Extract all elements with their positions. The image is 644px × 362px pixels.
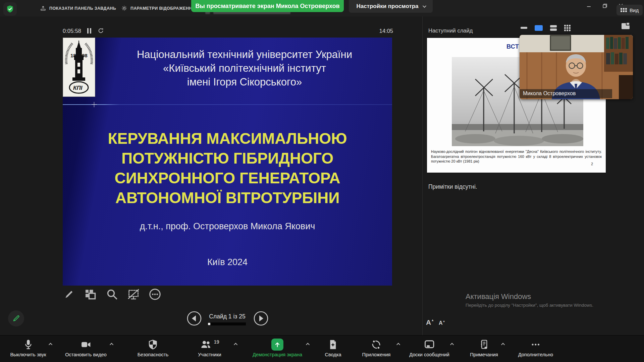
- view-grid-icon: [621, 8, 627, 12]
- whiteboards-options-chevron[interactable]: [450, 343, 454, 347]
- view-settings-label: Настройки просмотра: [356, 3, 418, 10]
- show-taskbar-button[interactable]: ПОКАЗАТИ ПАНЕЛЬ ЗАВДАНЬ: [40, 0, 116, 16]
- font-decrease-button[interactable]: A▼: [439, 320, 445, 326]
- annotations-button[interactable]: Примечания: [470, 338, 498, 357]
- share-screen-button[interactable]: Демонстрация экрана: [253, 338, 302, 357]
- whiteboards-button[interactable]: Доски сообщений: [409, 338, 449, 357]
- slide-counter: Слайд 1 із 25: [208, 313, 247, 320]
- taskbar-icon: [40, 5, 46, 11]
- microphone-icon: [23, 338, 33, 352]
- view-button[interactable]: Вид: [616, 5, 643, 15]
- mute-options-chevron[interactable]: [49, 343, 52, 347]
- summary-button[interactable]: Сводка: [325, 338, 341, 357]
- summary-doc-icon: [328, 338, 338, 352]
- share-screen-icon: [271, 339, 283, 351]
- participants-icon: [200, 339, 212, 350]
- font-increase-button[interactable]: A▲: [426, 318, 434, 326]
- video-options-chevron[interactable]: [110, 343, 113, 347]
- more-button[interactable]: Дополнительно: [518, 338, 553, 357]
- security-button[interactable]: Безопасность: [138, 338, 169, 357]
- mute-button[interactable]: Выключить звук: [10, 338, 46, 357]
- share-options-chevron[interactable]: [306, 343, 310, 347]
- institution-name: Національний технічний університет Украї…: [100, 48, 389, 89]
- meeting-controls-bar: Выключить звук Остановить видео Безопасн…: [0, 335, 644, 362]
- restart-timer-button[interactable]: [98, 27, 104, 34]
- slide-author: д.т.н., проф. Островерхов Микола Якович: [63, 221, 392, 232]
- elapsed-timer: 0:05:58: [63, 28, 81, 34]
- black-screen-button[interactable]: [126, 287, 141, 302]
- camera-icon: [80, 338, 92, 352]
- show-taskbar-label: ПОКАЗАТИ ПАНЕЛЬ ЗАВДАНЬ: [49, 6, 116, 11]
- apps-button[interactable]: Приложения: [362, 338, 391, 357]
- view-button-label: Вид: [630, 7, 639, 13]
- slide-progress-bar[interactable]: [208, 322, 246, 325]
- zoom-slide-button[interactable]: [105, 287, 119, 302]
- apps-options-chevron[interactable]: [396, 343, 400, 347]
- more-tools-button[interactable]: [148, 287, 162, 302]
- shield-check-icon: [6, 5, 14, 13]
- restore-button[interactable]: [600, 1, 610, 10]
- webcam-name-label: Микола Островерхов: [520, 89, 612, 98]
- windows-activation-subtitle: Перейдіть до розділу "Настройки", щоб ак…: [466, 303, 593, 308]
- viewing-screen-banner: Вы просматриваете экран Микола Островерх…: [191, 0, 344, 12]
- whiteboard-icon: [424, 338, 435, 352]
- panel-divider: [422, 16, 423, 335]
- minimize-button[interactable]: [584, 1, 594, 10]
- slide-divider-line: [63, 104, 392, 105]
- stop-video-button[interactable]: Остановить видео: [65, 338, 107, 357]
- windows-activation-title: Активація Windows: [466, 292, 531, 301]
- pen-tool-button[interactable]: [62, 287, 76, 302]
- pip-layout-icon[interactable]: [621, 22, 630, 29]
- participants-button[interactable]: 19 Участники: [198, 338, 221, 357]
- current-slide: 18 98 КПІ Національний технічний універс…: [63, 38, 392, 286]
- slide-sorter-button[interactable]: [83, 287, 98, 302]
- ellipsis-icon: [531, 338, 541, 352]
- minimize-video-icon[interactable]: [521, 27, 527, 29]
- slide-footer: Київ 2024: [63, 257, 392, 267]
- wall-clock: 14:05: [371, 28, 393, 34]
- video-layout-toolbar: [521, 23, 571, 32]
- zoom-meeting-window: ПОКАЗАТИ ПАНЕЛЬ ЗАВДАНЬ ПАРАМЕТРИ ВІДОБР…: [0, 0, 644, 362]
- participants-count: 19: [214, 339, 219, 345]
- display-options-button[interactable]: ПАРАМЕТРИ ВІДОБРАЖЕННЯ: [121, 0, 202, 16]
- chevron-down-icon: [422, 4, 426, 8]
- pause-timer-button[interactable]: [87, 28, 93, 34]
- annotations-options-chevron[interactable]: [501, 343, 505, 347]
- presenter-webcam[interactable]: Микола Островерхов: [520, 35, 633, 99]
- security-status-button[interactable]: [3, 2, 17, 16]
- view-settings-button[interactable]: Настройки просмотра: [349, 0, 433, 13]
- previous-slide-button[interactable]: [186, 311, 202, 326]
- strip-view-icon[interactable]: [550, 25, 557, 31]
- next-slide-title-partial: ВСТ: [506, 43, 519, 50]
- next-slide-heading: Наступний слайд: [428, 27, 473, 34]
- next-slide-page-number: 2: [591, 162, 593, 166]
- participants-options-chevron[interactable]: [234, 343, 237, 347]
- top-bar: ПОКАЗАТИ ПАНЕЛЬ ЗАВДАНЬ ПАРАМЕТРИ ВІДОБР…: [0, 0, 644, 16]
- display-options-label: ПАРАМЕТРИ ВІДОБРАЖЕННЯ: [130, 6, 195, 11]
- next-slide-button[interactable]: [253, 311, 269, 326]
- annotate-pencil-button[interactable]: [8, 310, 24, 326]
- university-logo: 18 98 КПІ: [63, 38, 95, 97]
- svg-text:КПІ: КПІ: [73, 85, 83, 91]
- security-shield-icon: [148, 338, 158, 352]
- next-slide-caption: Науково-дослідний полігон відновлюваної …: [431, 149, 602, 164]
- active-speaker-view-icon[interactable]: [535, 25, 543, 31]
- gear-icon: [121, 5, 127, 11]
- notes-icon: [479, 338, 489, 352]
- apps-icon: [371, 338, 381, 352]
- slide-title: КЕРУВАННЯ МАКСИМАЛЬНОЮ ПОТУЖНІСТЮ ГІБРИД…: [63, 129, 392, 208]
- crosshair-cursor: [92, 102, 97, 107]
- notes-status: Примітки відсутні.: [428, 183, 477, 190]
- gallery-view-icon[interactable]: [564, 25, 571, 31]
